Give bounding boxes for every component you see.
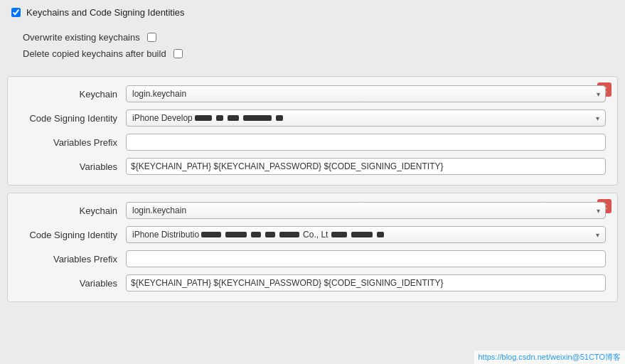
identity-arrow-2: ▾ [596, 231, 599, 239]
vars-input-2[interactable] [126, 274, 606, 291]
vars-prefix-input-2[interactable] [126, 250, 606, 267]
identity-redacted-2e [279, 232, 299, 237]
identity-redacted-2c [251, 232, 261, 237]
overwrite-label: Overwrite existing keychains [23, 32, 140, 43]
keychain-row-1: Keychain login.keychain ▾ [19, 85, 606, 102]
identity-arrow-1: ▾ [596, 114, 599, 122]
keychain-select-2[interactable]: login.keychain [126, 202, 606, 219]
identity-label-2: Code Signing Identity [19, 230, 126, 240]
identity-text-1: iPhone Develop [132, 113, 193, 123]
keychain-label-1: Keychain [19, 89, 126, 100]
identity-text-2: iPhone Distributio [132, 230, 199, 240]
vars-prefix-row-2: Variables Prefix [19, 250, 606, 267]
identity-label-1: Code Signing Identity [19, 113, 126, 124]
identity-value-1[interactable]: iPhone Develop ▾ [126, 109, 606, 127]
identity-redacted-2f [331, 232, 347, 237]
vars-prefix-label-2: Variables Prefix [19, 254, 126, 264]
keychain-select-wrapper-2: login.keychain ▾ [126, 202, 606, 219]
identity-row-1: Code Signing Identity iPhone Develop ▾ [19, 109, 606, 127]
keychain-card-1: x Keychain login.keychain ▾ Code Signing… [7, 76, 618, 186]
identity-redacted-2a [201, 232, 221, 237]
delete-checkbox[interactable] [173, 49, 183, 58]
main-checkbox-label: Keychains and Code Signing Identities [26, 7, 185, 18]
keychain-card-2: x Keychain login.keychain ▾ Code Signing… [7, 193, 618, 302]
identity-value-2[interactable]: iPhone Distributio Co., Lt ▾ [126, 226, 606, 243]
watermark: https://blog.csdn.net/weixin@51CTO博客 [474, 350, 626, 364]
keychain-row-2: Keychain login.keychain ▾ [19, 202, 606, 219]
vars-prefix-label-1: Variables Prefix [19, 137, 126, 148]
vars-label-1: Variables [19, 161, 126, 172]
identity-redacted-1d [243, 115, 272, 121]
identity-redacted-2h [377, 232, 384, 237]
identity-row-2: Code Signing Identity iPhone Distributio… [19, 226, 606, 243]
vars-row-1: Variables [19, 158, 606, 175]
identity-redacted-1e [276, 115, 283, 121]
vars-label-2: Variables [19, 278, 126, 289]
delete-label: Delete copied keychains after build [23, 48, 166, 59]
identity-redacted-2g [351, 232, 373, 237]
vars-prefix-row-1: Variables Prefix [19, 134, 606, 151]
main-checkbox[interactable] [11, 8, 21, 17]
identity-redacted-1c [228, 115, 239, 121]
vars-input-1[interactable] [126, 158, 606, 175]
vars-row-2: Variables [19, 274, 606, 291]
identity-redacted-1b [216, 115, 223, 121]
keychain-select-wrapper-1: login.keychain ▾ [126, 85, 606, 102]
keychain-label-2: Keychain [19, 205, 126, 216]
keychain-select-1[interactable]: login.keychain [126, 85, 606, 102]
overwrite-checkbox[interactable] [147, 33, 156, 42]
vars-prefix-input-1[interactable] [126, 134, 606, 151]
identity-co-lt: Co., Lt [303, 230, 328, 240]
identity-redacted-2b [225, 232, 247, 237]
identity-redacted-1a [195, 115, 212, 121]
identity-redacted-2d [265, 232, 275, 237]
